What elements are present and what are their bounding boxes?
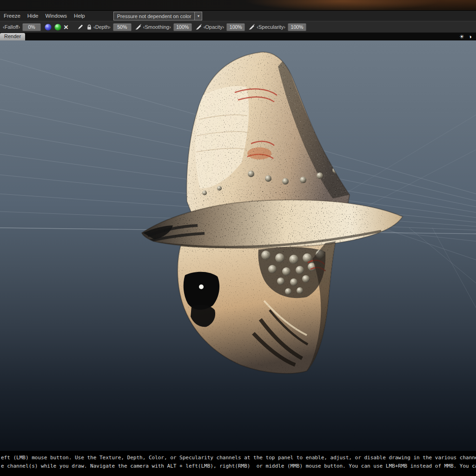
status-bar: eft (LMB) mouse button. Use the Texture,… xyxy=(0,451,476,476)
falloff-value-box[interactable]: 0% xyxy=(22,23,41,31)
falloff-slider-label[interactable]: ‹Falloff› xyxy=(3,24,20,30)
specularity-slider-label[interactable]: ‹Specularity› xyxy=(257,24,285,30)
contrast-icon[interactable]: ◑ xyxy=(469,33,472,40)
status-help-line-2: e channel(s) while you draw. Navigate th… xyxy=(1,462,476,470)
channels-toolbar: ‹Falloff› 0% × ‹Depth› 50% ‹Smoothing› 1… xyxy=(0,21,476,33)
smoothing-value-box[interactable]: 100% xyxy=(173,23,192,31)
top-strip xyxy=(0,0,476,10)
pen-slash-icon-specularity[interactable] xyxy=(249,24,255,30)
depth-slider-label[interactable]: ‹Depth› xyxy=(93,24,111,30)
specularity-value-box[interactable]: 100% xyxy=(288,23,306,31)
app-window: Freeze Hide Windows Help Pressure not de… xyxy=(0,0,476,476)
pen-slash-icon-smoothing[interactable] xyxy=(135,24,142,30)
viewport-scene xyxy=(0,40,476,451)
tab-render[interactable]: Render xyxy=(0,33,25,40)
viewport-3d[interactable] xyxy=(0,40,476,451)
menu-help[interactable]: Help xyxy=(74,13,85,19)
menu-bar: Freeze Hide Windows Help Pressure not de… xyxy=(0,10,476,21)
lock-icon[interactable] xyxy=(86,24,92,30)
opacity-value-box[interactable]: 100% xyxy=(226,23,245,31)
menu-windows[interactable]: Windows xyxy=(45,13,67,19)
clear-icon[interactable]: × xyxy=(64,24,68,31)
menu-hide[interactable]: Hide xyxy=(27,13,39,19)
menu-freeze[interactable]: Freeze xyxy=(4,13,20,19)
smoothing-slider-label[interactable]: ‹Smoothing› xyxy=(143,24,171,30)
depth-value-box[interactable]: 50% xyxy=(113,23,132,31)
tab-bar: Render ☀ ◑ xyxy=(0,33,476,40)
model-3d xyxy=(139,47,407,375)
pressure-mode-dropdown[interactable]: Pressure not dependent on color ▼ xyxy=(113,12,203,20)
pen-slash-icon-opacity[interactable] xyxy=(196,24,202,30)
pen-icon[interactable] xyxy=(77,24,84,30)
preview-sphere-icon[interactable] xyxy=(54,24,61,31)
opacity-slider-label[interactable]: ‹Opacity› xyxy=(204,24,225,30)
status-help-line-1: eft (LMB) mouse button. Use the Texture,… xyxy=(1,454,476,462)
chevron-down-icon[interactable]: ▼ xyxy=(194,12,202,20)
color-sphere-icon[interactable] xyxy=(45,24,52,31)
pressure-mode-value: Pressure not dependent on color xyxy=(114,12,195,20)
sun-icon[interactable]: ☀ xyxy=(459,33,464,40)
